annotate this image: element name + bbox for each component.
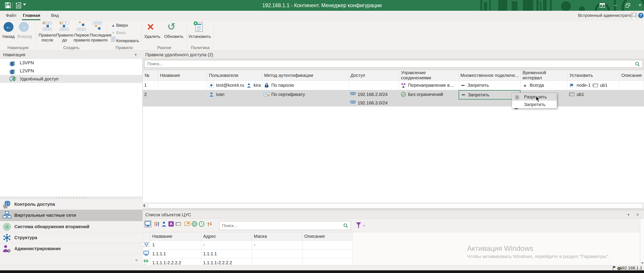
rule-after-icon[interactable]: * — [42, 22, 52, 32]
tab-view[interactable]: Вид — [51, 11, 59, 20]
objects-search-icon[interactable] — [343, 223, 348, 230]
rule-row-1[interactable]: 1 test@kont4.ru kira По паролю — [143, 81, 644, 90]
dropdown-option-allow[interactable]: Разрешить — [512, 93, 557, 101]
delete-label[interactable]: Удалить — [144, 34, 161, 39]
object-row-3[interactable]: 1.1.1.1-2.2.2.2 1.1.1.1-2.2.2.2 — [143, 258, 352, 266]
sidebar-item-l3vpn[interactable]: L3 L3VPN — [0, 59, 142, 67]
col-name[interactable]: Название — [158, 70, 207, 81]
object-row-2[interactable]: 1.1.1.1 1.1.1.1 — [143, 250, 352, 258]
sidebar-section-ids[interactable]: Система обнаружения вторжений — [0, 221, 142, 232]
refresh-label[interactable]: Обновить — [164, 34, 184, 39]
save-icon[interactable] — [5, 2, 11, 10]
sidebar-item-l2vpn[interactable]: L2 L2VPN — [0, 67, 142, 75]
filter-users-icon[interactable] — [160, 220, 168, 228]
rule2-multi-cell[interactable]: Запретить — [458, 90, 521, 108]
objects-col-mask[interactable]: Маска — [252, 232, 302, 240]
scroll-left-icon[interactable] — [143, 204, 145, 207]
last-rule-label[interactable]: Последнееправило — [90, 33, 109, 42]
collapse-panel-icon[interactable]: ▼ — [134, 51, 137, 59]
filter-console-icon[interactable] — [174, 220, 182, 228]
col-multi[interactable]: Множественное подключе... — [458, 70, 521, 81]
filter-time-icon[interactable] — [198, 220, 206, 228]
col-interval[interactable]: Временной интервал — [521, 70, 568, 81]
objects-search-box[interactable] — [219, 221, 351, 230]
rule2-auth: По сертификату — [262, 90, 348, 108]
first-rule-icon[interactable]: * — [77, 22, 86, 32]
first-rule-label[interactable]: Первоеправило — [74, 33, 90, 42]
sidebar-splitter[interactable]: ▪ ▪ ▪ ▪ ▪ ▪ ▪ ▪ ▪ ▪ ▪ — [0, 196, 142, 199]
object1-addr: - — [201, 240, 252, 250]
filter-columns-icon[interactable] — [153, 220, 160, 228]
objects-search-input[interactable] — [222, 222, 343, 229]
filter-globe-icon[interactable] — [190, 220, 198, 228]
restore-icon[interactable] — [623, 2, 633, 9]
objects-close-icon[interactable]: × — [636, 211, 639, 219]
filter-apps-icon[interactable]: A — [167, 220, 175, 228]
col-conn[interactable]: Управление соединениями — [399, 70, 458, 81]
dropdown-option-deny[interactable]: Запретить — [512, 101, 557, 108]
col-desc[interactable]: Описание — [619, 70, 644, 81]
qat-customize-icon[interactable]: ▔▾ — [23, 4, 26, 12]
rule2-access: 192.168.2.0/24 192.168.3.0/24 — [349, 90, 399, 108]
install-policy-icon[interactable] — [193, 21, 203, 34]
objects-col-addr[interactable]: Адрес — [201, 232, 252, 240]
rules-panel-header: Правила удалённого доступа (2) — [142, 51, 644, 59]
sidebar-section-access-control[interactable]: Контроль доступа — [0, 199, 142, 210]
objects-vscrollbar[interactable] — [640, 219, 644, 265]
search-icon[interactable] — [635, 62, 640, 68]
col-access[interactable]: Доступ — [349, 70, 399, 81]
tab-home[interactable]: Главная — [23, 11, 40, 20]
minimize-icon[interactable]: – — [610, 2, 620, 9]
rule-row-2[interactable]: 2 ivan По сертификату 192.168.2.0/24 — [143, 90, 644, 108]
forward-button[interactable]: → — [19, 22, 29, 32]
col-users[interactable]: Пользователи — [207, 70, 262, 81]
copy-icon — [110, 37, 116, 44]
l2vpn-icon: L2 — [10, 67, 17, 74]
filter-map-icon[interactable] — [184, 220, 191, 228]
status-bar: 192.168.1.1 — [0, 265, 644, 270]
help-icon[interactable]: ? — [638, 13, 644, 18]
menu-bar: Файл Главная Вид Встроенный администрато… — [0, 11, 644, 20]
sidebar-section-vpn[interactable]: Виртуальные частные сети — [0, 210, 142, 221]
filter-funnel-icon[interactable] — [356, 222, 362, 230]
move-up-button[interactable]: ▲Вверх — [110, 22, 128, 29]
rule-after-label[interactable]: Правилопосле — [38, 33, 56, 42]
hscroll-thumb[interactable] — [148, 203, 643, 208]
install-policy-quick-icon[interactable] — [15, 2, 22, 10]
close-icon[interactable]: × — [635, 2, 644, 9]
rules-hscrollbar[interactable] — [142, 202, 644, 208]
col-auth[interactable]: Метод аутентификации — [262, 70, 348, 81]
objects-col-name[interactable]: Название — [150, 232, 201, 240]
rule-before-label[interactable]: Правилодо — [56, 33, 73, 42]
avatar[interactable] — [631, 12, 637, 18]
copy-button[interactable]: Копировать — [110, 37, 139, 44]
rules-search-box[interactable] — [144, 60, 643, 68]
rules-search-input[interactable] — [147, 61, 606, 67]
objects-col-desc[interactable]: Описание — [302, 232, 352, 240]
scroll-down-icon[interactable] — [641, 262, 644, 264]
delete-icon[interactable]: × — [147, 20, 154, 33]
move-down-button[interactable]: ▼Вниз — [110, 29, 126, 36]
back-button[interactable]: ← — [4, 22, 14, 32]
refresh-icon[interactable]: ↺ — [167, 21, 176, 32]
objects-header-row: Название Адрес Маска Описание — [143, 232, 352, 240]
install-policy-label[interactable]: Установить — [188, 34, 211, 39]
col-num[interactable]: № — [143, 70, 158, 81]
rule-before-icon[interactable]: * — [60, 22, 69, 32]
object-row-1[interactable]: 1 - - — [143, 240, 352, 250]
filter-services-icon[interactable] — [206, 220, 214, 228]
vpn-icon — [3, 211, 11, 220]
sidebar-section-administration[interactable]: Администрирование — [0, 243, 142, 254]
sidebar-item-remote-access[interactable]: Удалённый доступ — [0, 75, 142, 83]
last-rule-icon[interactable]: * — [93, 22, 102, 32]
objects-collapse-icon[interactable]: ▼ — [627, 211, 630, 219]
l3vpn-label: L3VPN — [20, 59, 34, 67]
object1-icon-cell — [143, 240, 150, 250]
filter-hosts-icon[interactable] — [144, 220, 152, 228]
funnel-dropdown-icon[interactable]: ▾ — [363, 224, 364, 227]
sidebar-section-structure[interactable]: Структура — [0, 232, 142, 243]
expand-sections-icon[interactable]: » — [135, 257, 138, 262]
tab-file[interactable]: Файл — [6, 11, 16, 20]
ribbon-display-options-icon[interactable] — [597, 2, 607, 9]
col-install[interactable]: Установить — [568, 70, 620, 81]
